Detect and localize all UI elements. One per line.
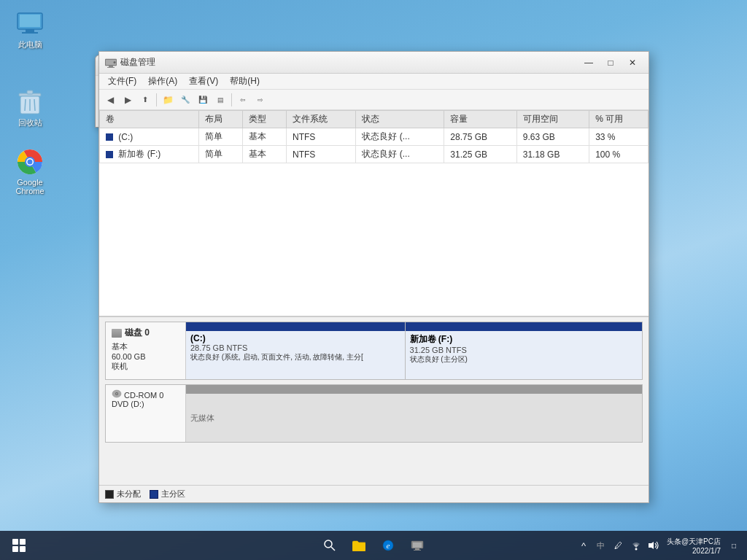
- col-capacity[interactable]: 容量: [444, 111, 516, 128]
- cdrom0-name: CD-ROM 0: [112, 389, 179, 400]
- logo-sq1: [12, 539, 18, 545]
- row1-fs: NTFS: [287, 146, 356, 163]
- partition-f-content: 新加卷 (F:) 31.25 GB NTFS 状态良好 (主分区): [406, 331, 642, 379]
- toolbar-back-btn[interactable]: ◀: [102, 92, 118, 108]
- tray-keyboard-icon[interactable]: 中: [594, 538, 608, 553]
- partition-c-wrapper[interactable]: (C:) 28.75 GB NTFS 状态良好 (系统, 启动, 页面文件, 活…: [186, 322, 406, 379]
- svg-rect-2: [26, 29, 34, 32]
- table-row[interactable]: 新加卷 (F:) 简单 基本 NTFS 状态良好 (... 31.25 GB 3…: [100, 146, 649, 163]
- legend-bar: 未分配 主分区: [99, 485, 649, 502]
- diskmgmt-window-controls: — □ ✕: [578, 55, 643, 71]
- recycle-icon-label: 回收站: [18, 117, 42, 128]
- taskbar-explorer-btn[interactable]: [346, 532, 372, 559]
- window-diskmgmt: 磁盘管理 — □ ✕ 文件(F) 操作(A) 查看(V) 帮助(H) ◀ ▶ ⬆…: [98, 51, 649, 503]
- toolbar-up-btn[interactable]: ⬆: [137, 92, 153, 108]
- toolbar-forward-btn[interactable]: ▶: [120, 92, 136, 108]
- desktop-icon-chrome[interactable]: Google Chrome: [4, 144, 55, 198]
- cdrom0-info: CD-ROM 0 DVD (D:): [106, 385, 186, 442]
- diskmgmt-title-icon: [105, 57, 117, 69]
- taskbar-network-btn[interactable]: [404, 532, 430, 559]
- tray-notification-icon[interactable]: □: [727, 538, 741, 553]
- volume-table-area[interactable]: 卷 布局 类型 文件系统 状态 容量 可用空间 % 可用 (C:): [99, 110, 649, 317]
- disk-map-area: 磁盘 0 基本 60.00 GB 联机 (C:) 28.75 GB NTFS 状…: [99, 317, 649, 485]
- toolbar-extra2-btn[interactable]: ⇨: [252, 92, 268, 108]
- taskbar-datetime[interactable]: 头条@天津PC店 2022/1/7: [664, 537, 724, 555]
- col-freespace[interactable]: 可用空间: [516, 111, 589, 128]
- chrome-icon: [15, 147, 44, 176]
- diskmgmt-minimize-btn[interactable]: —: [578, 55, 599, 71]
- diskmgmt-maximize-btn[interactable]: □: [600, 55, 621, 71]
- svg-marker-35: [649, 542, 654, 549]
- disk0-row: 磁盘 0 基本 60.00 GB 联机 (C:) 28.75 GB NTFS 状…: [105, 322, 643, 380]
- chrome-icon-label: Google Chrome: [7, 178, 53, 195]
- tray-chevron-icon[interactable]: ^: [576, 538, 591, 553]
- desktop-icon-recycle[interactable]: 回收站: [4, 84, 55, 131]
- toolbar-sep2: [231, 93, 232, 106]
- col-volume[interactable]: 卷: [100, 111, 199, 128]
- legend-unallocated-box: [105, 490, 114, 499]
- tray-volume-icon[interactable]: [646, 538, 661, 553]
- menu-file[interactable]: 文件(F): [102, 74, 142, 89]
- partition-c-content: (C:) 28.75 GB NTFS 状态良好 (系统, 启动, 页面文件, 活…: [186, 331, 405, 379]
- disk0-icon: [112, 329, 122, 338]
- row0-layout: 简单: [198, 128, 242, 146]
- taskbar-browser-btn[interactable]: e: [375, 532, 401, 559]
- taskbar-tray: ^ 中 🖊 头条@天津PC店 2022/1/7 □: [576, 537, 741, 555]
- partition-c-name: (C:): [190, 333, 400, 343]
- menu-view[interactable]: 查看(V): [183, 74, 224, 89]
- diskmgmt-title-text: 磁盘管理: [120, 56, 578, 69]
- menu-help[interactable]: 帮助(H): [224, 74, 266, 89]
- toolbar-properties-btn[interactable]: 🔧: [177, 92, 193, 108]
- toolbar-folder-btn[interactable]: 📁: [160, 92, 176, 108]
- taskbar: e ^ 中 🖊: [0, 531, 747, 560]
- row1-free: 31.18 GB: [516, 146, 589, 163]
- recycle-icon: [15, 87, 44, 116]
- disk0-type: 基本: [112, 341, 179, 352]
- disk0-info: 磁盘 0 基本 60.00 GB 联机: [106, 322, 186, 379]
- cdrom0-topbar: [186, 385, 642, 394]
- partition-f-topbar: [406, 322, 642, 331]
- row1-volume: 新加卷 (F:): [100, 146, 199, 163]
- legend-primary: 主分区: [150, 489, 185, 499]
- toolbar-list-btn[interactable]: ▤: [212, 92, 228, 108]
- row1-layout: 简单: [198, 146, 242, 163]
- diskmgmt-close-btn[interactable]: ✕: [622, 55, 643, 71]
- svg-rect-5: [27, 90, 33, 94]
- toolbar-disk-btn[interactable]: 💾: [195, 92, 211, 108]
- row0-free: 9.63 GB: [516, 128, 589, 146]
- col-type[interactable]: 类型: [242, 111, 286, 128]
- row1-pct: 100 %: [589, 146, 649, 163]
- col-filesystem[interactable]: 文件系统: [287, 111, 356, 128]
- logo-sq4: [20, 546, 26, 552]
- taskbar-search-btn[interactable]: [317, 532, 343, 559]
- col-layout[interactable]: 布局: [198, 111, 242, 128]
- diskmgmt-toolbar: ◀ ▶ ⬆ 📁 🔧 💾 ▤ ⇦ ⇨: [99, 90, 649, 110]
- datetime-brand: 头条@天津PC店: [667, 537, 721, 547]
- row1-status: 状态良好 (...: [356, 146, 444, 163]
- disk0-size: 60.00 GB: [112, 352, 179, 361]
- svg-point-13: [28, 160, 33, 165]
- row1-capacity: 31.25 GB: [444, 146, 516, 163]
- svg-point-24: [116, 393, 117, 394]
- svg-point-19: [114, 61, 116, 63]
- start-button[interactable]: [6, 532, 32, 559]
- datetime-date: 2022/1/7: [692, 547, 721, 555]
- col-status[interactable]: 状态: [356, 111, 444, 128]
- menu-action[interactable]: 操作(A): [142, 74, 183, 89]
- legend-primary-box: [150, 490, 158, 499]
- tray-wifi-icon[interactable]: [629, 538, 643, 553]
- partition-f-wrapper[interactable]: 新加卷 (F:) 31.25 GB NTFS 状态良好 (主分区): [406, 322, 642, 379]
- row1-type: 基本: [242, 146, 286, 163]
- row0-status: 状态良好 (...: [356, 128, 444, 146]
- partition-f-status: 状态良好 (主分区): [410, 354, 638, 365]
- table-row[interactable]: (C:) 简单 基本 NTFS 状态良好 (... 28.75 GB 9.63 …: [100, 128, 649, 146]
- toolbar-extra1-btn[interactable]: ⇦: [235, 92, 251, 108]
- volume-table: 卷 布局 类型 文件系统 状态 容量 可用空间 % 可用 (C:): [99, 110, 649, 163]
- disk0-partitions: (C:) 28.75 GB NTFS 状态良好 (系统, 启动, 页面文件, 活…: [186, 322, 642, 379]
- desktop-icon-thispc[interactable]: 此电脑: [4, 6, 55, 53]
- logo-sq2: [20, 539, 26, 545]
- col-pctfree[interactable]: % 可用: [589, 111, 649, 128]
- tray-pen-icon[interactable]: 🖊: [611, 538, 626, 553]
- partition-c-size: 28.75 GB NTFS: [190, 343, 400, 352]
- toolbar-sep1: [156, 93, 157, 106]
